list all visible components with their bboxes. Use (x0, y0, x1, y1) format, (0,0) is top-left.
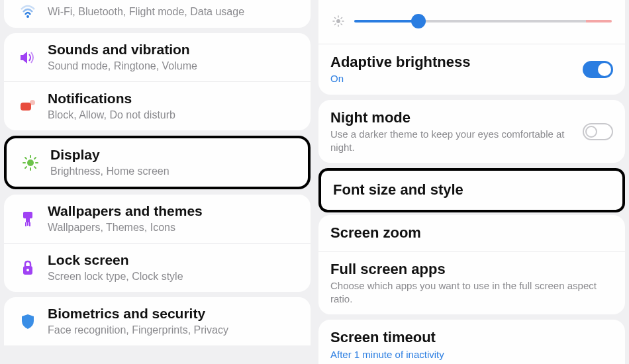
shield-icon (13, 313, 42, 330)
wallpapers-lock-card: Wallpapers and themes Wallpapers, Themes… (4, 195, 311, 292)
screen-timeout-row[interactable]: Screen timeout After 1 minute of inactiv… (318, 320, 625, 364)
screen-timeout-title: Screen timeout (330, 329, 613, 346)
svg-point-15 (26, 269, 29, 271)
svg-point-3 (27, 159, 34, 166)
wallpapers-title: Wallpapers and themes (48, 203, 301, 220)
svg-line-24 (341, 18, 342, 19)
zoom-fullscreen-card: Screen zoom Full screen apps Choose whic… (318, 215, 625, 315)
svg-line-21 (335, 18, 336, 19)
display-settings-panel: Adaptive brightness On Night mode Use a … (314, 0, 629, 364)
brightness-low-icon (332, 15, 345, 28)
night-mode-row[interactable]: Night mode Use a darker theme to keep yo… (318, 100, 625, 163)
lock-icon (13, 260, 42, 276)
biometrics-row[interactable]: Biometrics and security Face recognition… (4, 297, 311, 345)
svg-point-2 (30, 100, 35, 105)
fullscreen-apps-row[interactable]: Full screen apps Choose which apps you w… (318, 251, 625, 314)
sounds-subtitle: Sound mode, Ringtone, Volume (48, 60, 301, 73)
wifi-icon (13, 4, 42, 19)
adaptive-brightness-title: Adaptive brightness (330, 54, 576, 71)
svg-line-22 (341, 24, 342, 25)
display-subtitle: Brightness, Home screen (50, 165, 299, 179)
notifications-row[interactable]: Notifications Block, Allow, Do not distu… (4, 81, 311, 130)
connections-card: Wi-Fi, Bluetooth, Flight mode, Data usag… (4, 0, 311, 28)
night-mode-subtitle: Use a darker theme to keep your eyes com… (330, 128, 576, 154)
display-row-highlighted[interactable]: Display Brightness, Home screen (4, 136, 311, 189)
adaptive-brightness-row[interactable]: Adaptive brightness On (318, 44, 625, 95)
wallpapers-row[interactable]: Wallpapers and themes Wallpapers, Themes… (4, 195, 311, 243)
fullscreen-apps-title: Full screen apps (330, 261, 613, 278)
night-mode-toggle[interactable] (583, 123, 613, 140)
biometrics-subtitle: Face recognition, Fingerprints, Privacy (48, 324, 301, 338)
screen-zoom-row[interactable]: Screen zoom (318, 215, 625, 251)
brightness-card: Adaptive brightness On (318, 0, 625, 95)
sounds-title: Sounds and vibration (48, 41, 301, 58)
biometrics-title: Biometrics and security (48, 305, 301, 322)
adaptive-brightness-toggle[interactable] (583, 61, 613, 78)
brightness-icon (16, 154, 45, 171)
sounds-notifications-card: Sounds and vibration Sound mode, Rington… (4, 33, 311, 130)
svg-point-0 (26, 15, 29, 18)
svg-rect-1 (21, 103, 31, 111)
night-mode-title: Night mode (330, 109, 576, 126)
lockscreen-row[interactable]: Lock screen Screen lock type, Clock styl… (4, 243, 311, 292)
brush-icon (13, 210, 42, 228)
brightness-slider-row (318, 0, 625, 44)
display-title: Display (50, 146, 299, 163)
screen-zoom-title: Screen zoom (330, 224, 613, 242)
screen-timeout-card: Screen timeout After 1 minute of inactiv… (318, 320, 625, 364)
svg-line-8 (25, 158, 26, 159)
font-size-row-highlighted[interactable]: Font size and style (318, 168, 625, 212)
volume-icon (13, 50, 42, 65)
fullscreen-apps-subtitle: Choose which apps you want to use in the… (330, 279, 613, 305)
svg-rect-13 (26, 218, 30, 222)
svg-line-10 (25, 167, 26, 168)
wallpapers-subtitle: Wallpapers, Themes, Icons (48, 221, 301, 235)
settings-main-panel: Wi-Fi, Bluetooth, Flight mode, Data usag… (0, 0, 314, 364)
biometrics-card: Biometrics and security Face recognition… (4, 297, 311, 345)
brightness-slider-thumb[interactable] (411, 14, 426, 28)
notifications-subtitle: Block, Allow, Do not disturb (48, 109, 301, 122)
brightness-slider[interactable] (354, 20, 612, 23)
svg-rect-12 (23, 212, 32, 218)
night-mode-card: Night mode Use a darker theme to keep yo… (318, 100, 625, 163)
svg-line-23 (335, 24, 336, 25)
notifications-icon (13, 100, 42, 113)
sounds-row[interactable]: Sounds and vibration Sound mode, Rington… (4, 33, 311, 81)
screen-timeout-subtitle: After 1 minute of inactivity (330, 348, 613, 361)
notifications-title: Notifications (48, 90, 301, 107)
lockscreen-subtitle: Screen lock type, Clock style (48, 270, 301, 284)
svg-line-11 (34, 158, 36, 159)
svg-point-16 (336, 19, 340, 23)
connections-row[interactable]: Wi-Fi, Bluetooth, Flight mode, Data usag… (4, 0, 311, 28)
svg-line-9 (34, 167, 36, 168)
font-size-title: Font size and style (333, 181, 610, 199)
connections-subtitle: Wi-Fi, Bluetooth, Flight mode, Data usag… (48, 5, 301, 19)
lockscreen-title: Lock screen (48, 251, 301, 269)
adaptive-brightness-status: On (330, 72, 576, 85)
